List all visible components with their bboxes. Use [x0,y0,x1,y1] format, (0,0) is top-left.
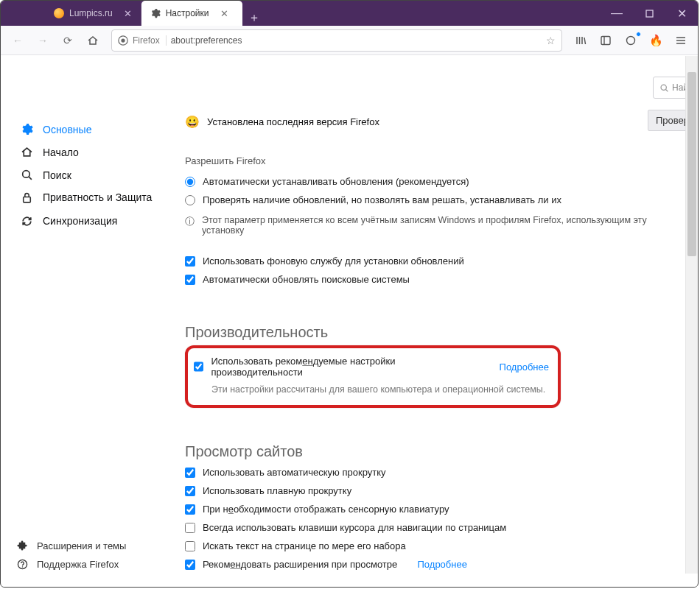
close-icon[interactable]: ✕ [220,8,228,19]
checkbox-label: Использовать автоматическую прокрутку [203,467,386,478]
search-icon [659,83,669,93]
tab-settings[interactable]: Настройки ✕ [141,1,242,26]
checkbox-recommended-perf[interactable]: Использовать рекомендуемые настройки про… [194,354,549,381]
performance-subtext: Эти настройки рассчитаны для вашего комп… [194,381,549,398]
favicon-lumpics [54,8,64,18]
help-icon [17,559,28,570]
svg-point-7 [661,85,666,90]
back-button[interactable]: ← [5,29,30,52]
close-window-button[interactable]: ✕ [665,1,698,26]
tab-label: Настройки [166,8,209,18]
radio-label: Автоматически устанавливать обновления (… [203,176,469,187]
sidebar-item-privacy[interactable]: Приватность и Защита [18,186,160,210]
svg-rect-0 [646,10,653,17]
addon-badge-icon[interactable] [618,29,643,52]
checkbox-input[interactable] [185,504,195,515]
svg-point-8 [18,560,27,568]
checkbox-browsing-1[interactable]: Использовать плавную прокрутку [185,482,671,500]
checkbox-input[interactable] [185,275,195,285]
sidebar-item-label: Приватность и Защита [43,191,152,205]
checkbox-browsing-2[interactable]: При необходимости отображать сенсорную к… [185,500,671,518]
learn-more-link[interactable]: Подробнее [418,559,467,570]
checkbox-label: Искать текст на странице по мере его наб… [203,540,406,551]
smile-icon: 😀 [185,115,200,129]
checkbox-label: При необходимости отображать сенсорную к… [203,504,449,515]
bookmark-icon[interactable]: ☆ [546,35,556,46]
sidebar-item-label: Начало [43,147,79,158]
checkbox-input[interactable] [185,560,195,570]
checkbox-label: Использовать фоновую службу для установк… [203,255,464,267]
maximize-button[interactable] [633,1,665,26]
footer-label: Поддержка Firefox [37,559,119,570]
checkbox-input[interactable] [194,361,203,372]
updates-group-title: Разрешить Firefox [185,155,671,166]
url-bar[interactable]: Firefox about:preferences ☆ [111,29,562,52]
checkbox-browsing-5[interactable]: Рекомендовать расширения при просмотре П… [185,555,671,574]
sidebar-footer-support[interactable]: Поддержка Firefox [17,555,126,574]
close-icon[interactable]: ✕ [124,8,132,19]
latest-version-text: Установлена последняя версия Firefox [207,116,379,127]
sidebar: Основные Начало Поиск Приватность и Защи… [1,56,160,574]
checkbox-input[interactable] [185,541,195,551]
sidebar-item-home[interactable]: Начало [18,141,160,163]
checkbox-input[interactable] [185,486,195,496]
checkbox-browsing-4[interactable]: Искать текст на странице по мере его наб… [185,537,671,555]
sidebar-item-label: Основные [43,124,91,135]
checkbox-browsing-3[interactable]: Всегда использовать клавиши курсора для … [185,518,671,537]
reload-button[interactable]: ⟳ [55,29,80,52]
radio-input[interactable] [185,177,195,187]
home-button[interactable] [80,29,105,52]
svg-point-4 [627,36,635,44]
learn-more-link[interactable]: Подробнее [500,361,549,373]
sidebar-item-label: Поиск [43,169,71,181]
sidebar-footer: Расширения и темы Поддержка Firefox [17,537,126,574]
vertical-scrollbar[interactable] [685,56,698,574]
update-info-note: ⓘ Этот параметр применяется ко всем учёт… [185,209,671,239]
gear-icon [150,8,161,18]
window-controls: — ✕ [601,1,698,26]
lock-icon [21,191,34,204]
checkbox-label: Всегда использовать клавиши курсора для … [203,522,506,533]
library-icon[interactable] [568,29,593,52]
checkbox-browsing-0[interactable]: Использовать автоматическую прокрутку [185,463,671,482]
checkbox-label: Использовать рекомендуемые настройки про… [211,356,479,378]
tab-lumpics[interactable]: Lumpics.ru ✕ [45,1,141,26]
sidebar-item-general[interactable]: Основные [18,118,160,141]
radio-input[interactable] [185,195,195,205]
checkbox-input[interactable] [185,468,195,478]
hamburger-icon[interactable] [668,29,693,52]
sidebar-icon[interactable] [593,29,618,52]
checkbox-update-search-engines[interactable]: Автоматически обновлять поисковые систем… [185,270,671,289]
home-icon [21,146,34,158]
titlebar: Lumpics.ru ✕ Настройки ✕ ＋ — ✕ [1,1,698,26]
identity-label: Firefox [133,35,167,46]
sidebar-item-sync[interactable]: Синхронизация [18,210,160,233]
extension-icon[interactable]: 🔥 [643,29,668,52]
scrollbar-thumb[interactable] [687,72,696,256]
main-content: Най 😀 Установлена последняя версия Firef… [160,56,697,574]
sync-icon [21,215,34,228]
browsing-heading: Просмотр сайтов [185,443,671,460]
checkbox-background-service[interactable]: Использовать фоновую службу для установк… [185,252,671,270]
sidebar-item-search[interactable]: Поиск [18,163,160,186]
tab-label: Lumpics.ru [69,8,113,18]
minimize-button[interactable]: — [601,1,633,26]
new-tab-button[interactable]: ＋ [242,10,266,26]
radio-auto-install[interactable]: Автоматически устанавливать обновления (… [185,172,671,191]
svg-rect-3 [601,36,610,44]
radio-label: Проверять наличие обновлений, но позволя… [203,194,561,205]
checkbox-label: Использовать плавную прокрутку [203,485,351,496]
url-text: about:preferences [171,35,242,46]
svg-point-2 [121,38,125,42]
search-icon [21,169,34,181]
radio-check-ask[interactable]: Проверять наличие обновлений, но позволя… [185,191,671,209]
gear-icon [21,123,34,135]
sidebar-footer-extensions[interactable]: Расширения и темы [17,537,126,555]
puzzle-icon [17,540,28,551]
firefox-icon [118,35,128,46]
checkbox-input[interactable] [185,523,195,533]
forward-button[interactable]: → [30,29,55,52]
highlighted-performance-box: Использовать рекомендуемые настройки про… [185,345,561,408]
checkbox-input[interactable] [185,256,195,267]
sidebar-item-label: Синхронизация [43,215,117,227]
